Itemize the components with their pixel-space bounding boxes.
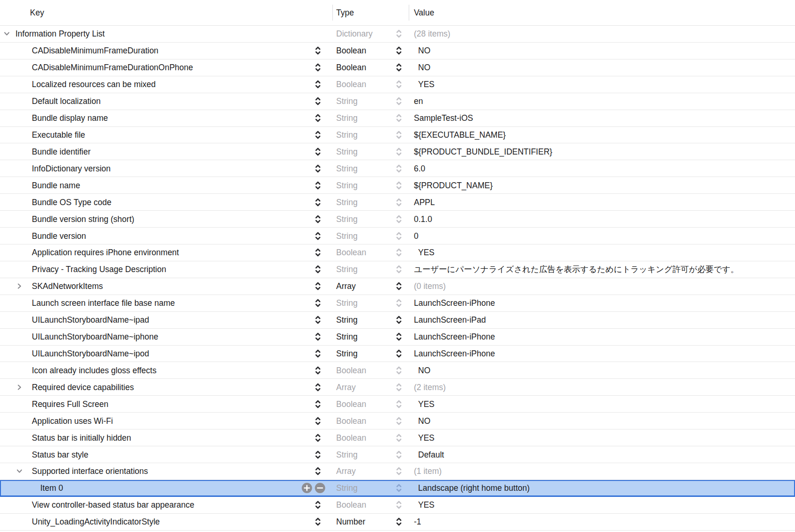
value-label[interactable]: YES (418, 248, 434, 258)
type-stepper[interactable] (396, 298, 402, 308)
minus-circle-icon[interactable] (315, 483, 325, 494)
value-label[interactable]: YES (418, 399, 434, 409)
type-stepper[interactable] (396, 62, 402, 73)
value-label[interactable]: -1 (414, 517, 421, 527)
type-label[interactable]: Boolean (336, 80, 366, 89)
plist-row[interactable]: Executable file String ${EXECUTABLE_NAME… (0, 127, 795, 144)
value-label[interactable]: ${EXECUTABLE_NAME} (414, 130, 506, 140)
key-label[interactable]: Application requires iPhone environment (32, 248, 179, 258)
key-label[interactable]: Item 0 (40, 483, 63, 493)
type-stepper[interactable] (396, 365, 402, 376)
plist-row[interactable]: Bundle version string (short) String 0.1… (0, 211, 795, 228)
type-stepper[interactable] (396, 500, 402, 510)
value-label[interactable]: (0 items) (414, 281, 446, 291)
type-label[interactable]: Number (336, 517, 365, 527)
type-stepper[interactable] (396, 348, 402, 359)
value-label[interactable]: APPL (414, 197, 435, 207)
key-stepper[interactable] (315, 113, 321, 123)
type-stepper[interactable] (396, 163, 402, 174)
column-divider[interactable] (332, 5, 333, 21)
plist-row[interactable]: Application uses Wi-Fi Boolean NO (0, 413, 795, 429)
type-stepper[interactable] (396, 483, 402, 493)
type-label[interactable]: Boolean (336, 500, 366, 510)
type-label[interactable]: Boolean (336, 416, 366, 426)
key-stepper[interactable] (315, 416, 321, 426)
value-label[interactable]: (1 item) (414, 466, 442, 476)
value-label[interactable]: 0.1.0 (414, 214, 432, 224)
type-label[interactable]: String (336, 180, 358, 190)
type-label[interactable]: Boolean (336, 399, 366, 409)
key-stepper[interactable] (315, 180, 321, 191)
type-stepper[interactable] (396, 382, 402, 392)
value-label[interactable]: ${PRODUCT_BUNDLE_IDENTIFIER} (414, 147, 552, 156)
key-label[interactable]: UILaunchStoryboardName~ipad (32, 315, 149, 325)
value-label[interactable]: ユーザーにパーソナライズされた広告を表示するためにトラッキング許可が必要です。 (414, 264, 739, 275)
key-stepper[interactable] (315, 231, 321, 241)
plist-row[interactable]: UILaunchStoryboardName~ipod String Launc… (0, 346, 795, 362)
disclosure-expanded-icon[interactable] (4, 31, 10, 37)
type-stepper[interactable] (396, 450, 402, 460)
value-label[interactable]: LaunchScreen-iPhone (414, 298, 495, 308)
type-label[interactable]: String (336, 147, 358, 156)
type-label[interactable]: String (336, 315, 358, 325)
type-label[interactable]: Array (336, 281, 356, 291)
plist-row[interactable]: Launch screen interface file base name S… (0, 295, 795, 312)
key-label[interactable]: InfoDictionary version (32, 163, 110, 173)
key-stepper[interactable] (315, 214, 321, 224)
type-label[interactable]: Dictionary (336, 29, 373, 39)
value-label[interactable]: LaunchScreen-iPad (414, 315, 486, 325)
type-label[interactable]: String (336, 483, 358, 493)
type-label[interactable]: String (336, 231, 358, 241)
type-stepper[interactable] (396, 231, 402, 241)
value-label[interactable]: NO (418, 365, 430, 375)
value-label[interactable]: NO (418, 416, 430, 426)
value-column-header[interactable]: Value (414, 8, 434, 18)
key-stepper[interactable] (315, 45, 321, 56)
type-label[interactable]: String (336, 96, 358, 106)
type-label[interactable]: Boolean (336, 63, 366, 73)
plist-row[interactable]: Unity_LoadingActivityIndicatorStyle Numb… (0, 514, 795, 531)
key-stepper[interactable] (315, 96, 321, 106)
type-stepper[interactable] (396, 180, 402, 191)
disclosure-expanded-icon[interactable] (16, 468, 22, 474)
key-label[interactable]: Supported interface orientations (32, 466, 148, 476)
plist-row[interactable]: View controller-based status bar appeara… (0, 497, 795, 514)
type-label[interactable]: Boolean (336, 248, 366, 258)
plist-row[interactable]: CADisableMinimumFrameDurationOnPhone Boo… (0, 59, 795, 76)
key-label[interactable]: Bundle version (32, 231, 86, 241)
type-stepper[interactable] (396, 197, 402, 207)
value-label[interactable]: Landscape (right home button) (418, 483, 530, 493)
type-stepper[interactable] (396, 247, 402, 258)
type-label[interactable]: Boolean (336, 433, 366, 443)
key-stepper[interactable] (315, 247, 321, 258)
value-label[interactable]: 6.0 (414, 163, 425, 173)
plist-row[interactable]: SKAdNetworkItems Array (0 items) (0, 278, 795, 295)
value-label[interactable]: YES (418, 433, 434, 443)
type-stepper[interactable] (396, 45, 402, 56)
type-label[interactable]: Boolean (336, 46, 366, 56)
type-label[interactable]: String (336, 113, 358, 123)
value-label[interactable]: YES (418, 80, 434, 89)
type-label[interactable]: String (336, 197, 358, 207)
column-divider[interactable] (409, 5, 409, 21)
key-stepper[interactable] (315, 163, 321, 174)
key-label[interactable]: CADisableMinimumFrameDurationOnPhone (32, 63, 193, 73)
key-label[interactable]: Executable file (32, 130, 85, 140)
key-stepper[interactable] (315, 79, 321, 89)
type-label[interactable]: String (336, 130, 358, 140)
plist-row[interactable]: Bundle OS Type code String APPL (0, 194, 795, 211)
plist-row[interactable]: Bundle version String 0 (0, 228, 795, 244)
key-label[interactable]: Bundle name (32, 180, 80, 190)
key-label[interactable]: Requires Full Screen (32, 399, 108, 409)
plist-row[interactable]: CADisableMinimumFrameDuration Boolean NO (0, 43, 795, 59)
key-stepper[interactable] (315, 450, 321, 460)
key-stepper[interactable] (315, 466, 321, 476)
type-stepper[interactable] (396, 517, 402, 527)
value-label[interactable]: LaunchScreen-iPhone (414, 332, 495, 342)
value-label[interactable]: (28 items) (414, 29, 450, 39)
key-stepper[interactable] (315, 298, 321, 308)
plus-circle-icon[interactable] (302, 483, 312, 494)
type-label[interactable]: String (336, 348, 358, 358)
type-label[interactable]: Array (336, 382, 356, 392)
value-label[interactable]: en (414, 96, 423, 106)
